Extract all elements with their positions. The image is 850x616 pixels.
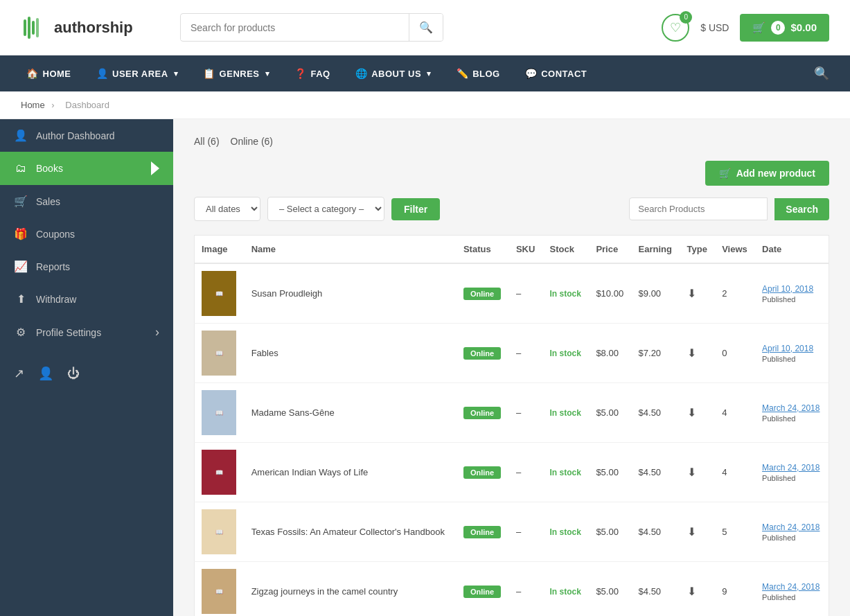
- col-date: Date: [755, 236, 829, 264]
- nav-about-us[interactable]: 🌐 ABOUT US ▾: [343, 55, 444, 91]
- cell-status-1: Online: [457, 324, 509, 383]
- nav-search-button[interactable]: 🔍: [807, 66, 836, 81]
- breadcrumb-home[interactable]: Home: [21, 100, 45, 110]
- cell-type-0: ⬇: [680, 263, 716, 324]
- cell-status-2: Online: [457, 383, 509, 443]
- date-link-1[interactable]: April 10, 2018: [762, 344, 813, 353]
- cell-price-2: $5.00: [589, 383, 631, 443]
- wishlist-button[interactable]: ♡ 0: [662, 14, 689, 42]
- cart-button[interactable]: 🛒 0 $0.00: [740, 14, 829, 42]
- genres-chevron-icon: ▾: [265, 69, 270, 78]
- published-text-1: Published: [762, 355, 795, 363]
- top-header: authorship 🔍 ♡ 0 $ USD 🛒 0 $0.00: [0, 0, 850, 55]
- date-link-0[interactable]: April 10, 2018: [762, 284, 813, 294]
- sidebar-item-profile-settings[interactable]: ⚙ Profile Settings: [0, 315, 173, 349]
- nav-blog-label: BLOG: [472, 69, 500, 79]
- cart-total: $0.00: [790, 21, 817, 33]
- nav-user-area[interactable]: 👤 USER AREA ▾: [84, 55, 191, 91]
- date-link-4[interactable]: March 24, 2018: [762, 522, 820, 532]
- power-icon: ⏻: [67, 367, 80, 380]
- nav-genres[interactable]: 📋 GENRES ▾: [191, 55, 282, 91]
- sidebar-logout-button[interactable]: ⏻: [67, 367, 80, 381]
- date-link-2[interactable]: March 24, 2018: [762, 403, 820, 413]
- date-link-5[interactable]: March 24, 2018: [762, 582, 820, 592]
- breadcrumb: Home › Dashboard: [0, 91, 850, 119]
- col-name: Name: [245, 236, 457, 264]
- search-input[interactable]: [181, 15, 409, 40]
- table-row: 📖 Zigzag journeys in the camel country O…: [195, 562, 829, 617]
- date-link-3[interactable]: March 24, 2018: [762, 463, 820, 473]
- book-image-4: 📖: [202, 509, 236, 554]
- breadcrumb-separator: ›: [51, 100, 54, 110]
- sidebar-item-sales[interactable]: 🛒 Sales: [0, 185, 173, 218]
- book-image-3: 📖: [202, 450, 236, 495]
- sales-icon: 🛒: [14, 195, 28, 208]
- cell-type-4: ⬇: [680, 502, 716, 562]
- cell-stock-1: In stock: [543, 324, 590, 383]
- cell-sku-1: –: [509, 324, 543, 383]
- sidebar-user-button[interactable]: 👤: [38, 366, 53, 381]
- nav-blog[interactable]: ✏️ BLOG: [444, 55, 513, 91]
- tab-all[interactable]: All (6): [194, 136, 220, 147]
- table-header: Image Name Status SKU Stock Price Earnin…: [195, 236, 829, 264]
- nav-home[interactable]: 🏠 HOME: [14, 55, 84, 91]
- cell-date-5: March 24, 2018Published: [755, 562, 829, 617]
- cell-status-0: Online: [457, 263, 509, 324]
- cell-name-4: Texas Fossils: An Amateur Collector's Ha…: [245, 502, 457, 562]
- published-text-4: Published: [762, 534, 795, 542]
- nav-contact[interactable]: 💬 CONTACT: [513, 55, 600, 91]
- search-products-input[interactable]: [629, 197, 768, 220]
- table-row: 📖 Fables Online – In stock $8.00 $7.20 ⬇…: [195, 324, 829, 383]
- genres-icon: 📋: [203, 68, 215, 79]
- stock-badge-1: In stock: [550, 349, 581, 358]
- cell-price-1: $8.00: [589, 324, 631, 383]
- nav-about-us-label: ABOUT US: [371, 69, 421, 79]
- nav-faq[interactable]: ❓ FAQ: [282, 55, 343, 91]
- cell-price-0: $10.00: [589, 263, 631, 324]
- cell-views-4: 5: [715, 502, 755, 562]
- cell-earning-3: $4.50: [632, 443, 680, 502]
- category-filter[interactable]: – Select a category –: [267, 197, 384, 221]
- cell-earning-0: $9.00: [632, 263, 680, 324]
- sidebar-external-link-button[interactable]: ↗: [14, 366, 24, 381]
- add-product-button[interactable]: 🛒 Add new product: [705, 161, 829, 186]
- svg-rect-3: [36, 18, 39, 37]
- search-products-button[interactable]: Search: [774, 198, 829, 220]
- sidebar-item-reports[interactable]: 📈 Reports: [0, 250, 173, 283]
- status-badge-3: Online: [463, 466, 501, 479]
- col-sku: SKU: [509, 236, 543, 264]
- cell-views-1: 0: [715, 324, 755, 383]
- download-icon-2: ⬇: [687, 407, 696, 419]
- cell-image-4: 📖: [195, 502, 245, 562]
- nav-faq-label: FAQ: [311, 69, 330, 79]
- cell-views-2: 4: [715, 383, 755, 443]
- cell-image-2: 📖: [195, 383, 245, 443]
- svg-rect-2: [32, 21, 35, 35]
- status-badge-4: Online: [463, 526, 501, 538]
- main-nav: 🏠 HOME 👤 USER AREA ▾ 📋 GENRES ▾ ❓ FAQ 🌐 …: [0, 55, 850, 91]
- cell-sku-4: –: [509, 502, 543, 562]
- books-active-arrow: [151, 161, 159, 175]
- tab-online[interactable]: Online (6): [231, 136, 273, 147]
- withdraw-icon: ⬆: [14, 292, 28, 306]
- cell-stock-4: In stock: [543, 502, 590, 562]
- cell-views-0: 2: [715, 263, 755, 324]
- search-submit-button[interactable]: 🔍: [409, 14, 443, 41]
- col-type: Type: [680, 236, 716, 264]
- sidebar-item-coupons[interactable]: 🎁 Coupons: [0, 218, 173, 250]
- filter-button[interactable]: Filter: [391, 198, 440, 220]
- sidebar-item-books[interactable]: 🗂 Books: [0, 152, 173, 185]
- cell-stock-0: In stock: [543, 263, 590, 324]
- sidebar-item-withdraw[interactable]: ⬆ Withdraw: [0, 283, 173, 315]
- col-price: Price: [589, 236, 631, 264]
- col-stock: Stock: [543, 236, 590, 264]
- sidebar-item-author-dashboard[interactable]: 👤 Author Dashboard: [0, 119, 173, 152]
- book-image-2: 📖: [202, 390, 236, 435]
- dates-filter[interactable]: All dates: [194, 197, 260, 221]
- cell-sku-3: –: [509, 443, 543, 502]
- cell-price-4: $5.00: [589, 502, 631, 562]
- cell-date-4: March 24, 2018Published: [755, 502, 829, 562]
- faq-icon: ❓: [294, 68, 307, 79]
- currency-selector[interactable]: $ USD: [700, 22, 729, 33]
- svg-rect-1: [28, 17, 30, 39]
